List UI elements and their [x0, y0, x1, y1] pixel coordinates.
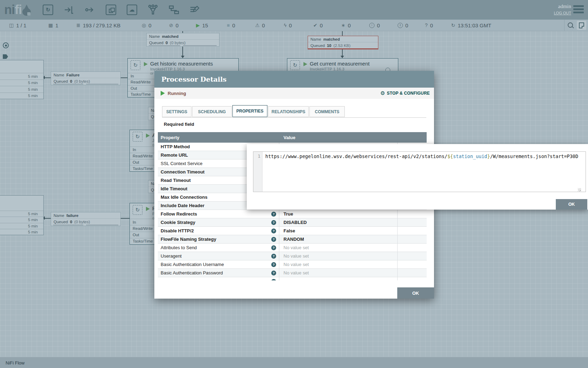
tab-properties[interactable]: PROPERTIES — [232, 105, 267, 117]
connection-label-matched[interactable]: Namematched Queued0(0 bytes) — [146, 33, 219, 47]
label-icon[interactable] — [189, 4, 201, 16]
connection-name: failure — [66, 213, 79, 218]
tab-settings[interactable]: SETTINGS — [162, 106, 191, 117]
resize-handle-icon[interactable] — [578, 188, 581, 191]
help-icon[interactable]: ? — [271, 254, 276, 259]
connection-label-failure2[interactable]: Namefailure Queued0(0 bytes) — [51, 212, 121, 226]
connection-line — [45, 218, 51, 219]
status-not-transmitting: ⊘0 — [169, 20, 178, 31]
table-row: Cookie Strategy?DISABLED — [158, 218, 427, 227]
el-delimiter: ${ — [447, 154, 453, 159]
add-processor-icon[interactable]: ↻ — [42, 4, 54, 16]
help-icon[interactable]: ? — [271, 229, 276, 233]
current-user: admin — [554, 4, 571, 9]
process-group-icon[interactable] — [105, 4, 117, 16]
global-menu-icon[interactable] — [573, 5, 584, 15]
status-up-to-date: ✔0 — [313, 20, 323, 31]
funnel-icon[interactable] — [3, 42, 9, 48]
required-field-note: Required field — [164, 122, 194, 127]
help-icon[interactable]: ? — [271, 237, 276, 242]
table-row: Basic Authentication Username?No value s… — [158, 260, 427, 269]
run-status-icon — [146, 134, 150, 138]
column-value: Value — [279, 135, 398, 140]
queue-stat-bar — [53, 84, 83, 84]
table-row: Basic Authentication Password?No value s… — [158, 269, 427, 277]
nifi-app: Namematched Queued0(0 bytes) Namematched… — [0, 0, 588, 368]
table-row: Useragent?No value set — [158, 252, 427, 260]
help-icon[interactable]: ? — [271, 271, 276, 275]
stat-value: 5 min — [0, 93, 43, 99]
value-code[interactable]: https://www.pegelonline.wsv.de/webservic… — [262, 152, 586, 192]
queue-stat-bar — [53, 225, 83, 225]
connection-label-matched-alert[interactable]: Namematched Queued10(2.53 KB) — [308, 36, 378, 49]
connection-label-failure[interactable]: NameFailure Queued0(0 bytes) — [51, 71, 121, 85]
logo-text: fi — [15, 2, 22, 17]
help-icon[interactable]: ? — [271, 212, 276, 217]
queued-size: (2.53 KB) — [334, 43, 351, 48]
search-icon[interactable] — [568, 22, 573, 28]
output-port-icon[interactable] — [84, 4, 96, 16]
connection-line — [120, 77, 127, 78]
template-icon[interactable] — [168, 4, 180, 16]
dialog-tabs: SETTINGS SCHEDULING PROPERTIES RELATIONS… — [162, 106, 426, 118]
processor-type-icon: ↻ — [290, 60, 300, 70]
connection-line — [342, 31, 343, 36]
remote-process-group-icon[interactable]: ☁ — [126, 4, 138, 16]
stopped-icon: ■ — [227, 23, 230, 28]
stat-value: 5 min — [0, 211, 43, 217]
stat-value: 5 min — [0, 86, 43, 93]
value-editor[interactable]: 1 https://www.pegelonline.wsv.de/webserv… — [253, 151, 586, 192]
queued-size: (0 bytes) — [74, 79, 90, 83]
breadcrumb[interactable]: NiFi Flow — [6, 360, 24, 366]
processor-type-icon: ↻ — [133, 132, 142, 142]
queued-label: Queued — [54, 220, 68, 224]
stop-and-configure-button[interactable]: ⚙ STOP & CONFIGURE — [380, 88, 430, 99]
logout-link[interactable]: LOG OUT — [554, 11, 571, 15]
arrowhead-icon — [341, 56, 344, 58]
status-running: ▶15 — [196, 20, 208, 31]
funnel-icon[interactable] — [147, 4, 159, 16]
table-row: FlowFile Naming Strategy?RANDOM — [158, 235, 427, 244]
birdseye-toggle-button[interactable] — [577, 21, 586, 30]
status-disabled: ϟ0 — [284, 20, 292, 31]
table-header: Property Value — [158, 132, 427, 143]
tab-comments[interactable]: COMMENTS — [309, 106, 345, 117]
not-transmitting-icon: ⊘ — [169, 23, 173, 28]
processor-clipped-left-bottom[interactable]: 5 min 5 min 5 min 5 min — [0, 195, 44, 235]
queued-count: 0 — [70, 220, 72, 224]
connection-line — [45, 77, 51, 78]
stat-value: 5 min — [0, 73, 43, 80]
tab-relationships[interactable]: RELATIONSHIPS — [268, 106, 309, 117]
invalid-icon: ⚠ — [255, 23, 260, 28]
transmitting-icon: ◎ — [142, 23, 146, 28]
stale-icon: ↑ — [369, 23, 374, 28]
refresh-icon[interactable]: ↻ — [451, 23, 455, 28]
processor-clipped-left-top[interactable]: 5 min 5 min 5 min 5 min — [0, 60, 44, 99]
queued-icon: ≣ — [76, 23, 80, 28]
queued-size: (0 bytes) — [170, 41, 186, 45]
connection-name-label: Name — [149, 34, 160, 39]
arrowhead-icon — [181, 56, 184, 58]
help-icon[interactable]: ? — [271, 220, 276, 225]
running-icon: ▶ — [196, 23, 200, 28]
disabled-icon: ϟ — [284, 23, 286, 28]
editor-ok-button[interactable]: OK — [556, 199, 587, 210]
breadcrumb-bar: NiFi Flow — [0, 357, 588, 368]
help-icon[interactable]: ? — [271, 245, 276, 250]
status-stale: ↑0 — [369, 20, 380, 31]
stat-value: 5 min — [0, 223, 43, 229]
processor-type-icon: ↻ — [131, 60, 140, 70]
locally-modified-icon: ∗ — [341, 23, 345, 28]
dialog-ok-button[interactable]: OK — [397, 287, 434, 299]
page-icon — [579, 22, 584, 28]
connection-name-label: Name — [310, 37, 321, 41]
connection-name: Failure — [66, 73, 80, 77]
help-icon[interactable]: ? — [271, 279, 276, 281]
status-active-threads: ◫1 / 1 — [9, 20, 26, 31]
status-stopped: ■0 — [227, 20, 235, 31]
input-port-icon[interactable] — [63, 4, 75, 16]
tab-scheduling[interactable]: SCHEDULING — [192, 106, 232, 117]
el-variable: station_uuid — [453, 154, 487, 159]
connection-name: matched — [323, 37, 340, 41]
help-icon[interactable]: ? — [271, 262, 276, 267]
